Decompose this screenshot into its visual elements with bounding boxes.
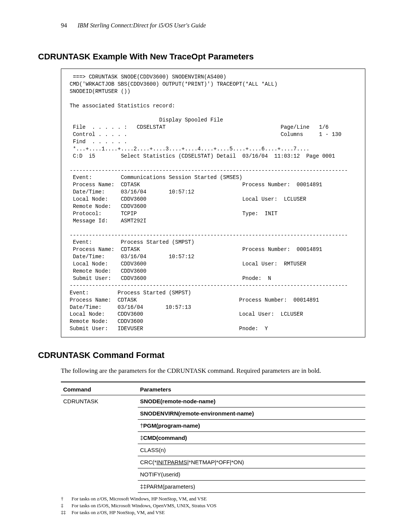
- parameter-cell: SNODE(remote-node-name): [138, 395, 365, 407]
- parameter-cell: †PGM(program-name): [138, 420, 365, 432]
- parameter-cell: CLASS(n): [138, 444, 365, 456]
- footnote-symbol: ‡: [61, 503, 72, 509]
- page-number: 94: [61, 22, 67, 29]
- footnote-symbol: †: [61, 496, 72, 502]
- table-row: ‡CMD(command): [61, 432, 365, 444]
- table-row: CRC(*INITPARMS|*NETMAP|*OFF|*ON): [61, 456, 365, 468]
- command-parameters-table: Command Parameters CDRUNTASKSNODE(remote…: [61, 382, 365, 493]
- command-format-intro: The following are the parameters for the…: [61, 367, 365, 375]
- parameter-cell: ‡‡PARM(parameters): [138, 481, 365, 493]
- parameter-cell: NOTIFY(userid): [138, 468, 365, 481]
- footnote: ‡‡For tasks on z/OS, HP NonStop, VM, and…: [61, 510, 365, 516]
- footnote-text: For tasks on z/OS, Microsoft Windows, HP…: [72, 496, 207, 502]
- command-cell: [61, 432, 138, 444]
- command-cell: [61, 444, 138, 456]
- footnote: ‡For tasks on i5/OS, Microsoft Windows, …: [61, 503, 365, 509]
- table-row: †PGM(program-name): [61, 420, 365, 432]
- book-title: IBM Sterling Connect:Direct for i5/OS Us…: [78, 22, 206, 29]
- command-cell: [61, 481, 138, 493]
- table-head-parameters: Parameters: [138, 382, 365, 395]
- section-heading-command-format: CDRUNTASK Command Format: [38, 350, 365, 360]
- parameter-cell: ‡CMD(command): [138, 432, 365, 444]
- table-row: ‡‡PARM(parameters): [61, 481, 365, 493]
- table-row: NOTIFY(userid): [61, 468, 365, 481]
- command-cell: CDRUNTASK: [61, 395, 138, 407]
- table-head-command: Command: [61, 382, 138, 395]
- command-cell: [61, 420, 138, 432]
- footnotes: †For tasks on z/OS, Microsoft Windows, H…: [61, 496, 365, 516]
- command-cell: [61, 468, 138, 481]
- command-cell: [61, 456, 138, 468]
- table-row: CLASS(n): [61, 444, 365, 456]
- footnote-symbol: ‡‡: [61, 510, 72, 516]
- code-example-block: ===> CDRUNTASK SNODE(CDDV3600) SNODENVIR…: [61, 69, 365, 337]
- parameter-cell: SNODENVIRN(remote-environment-name): [138, 407, 365, 420]
- table-body: CDRUNTASKSNODE(remote-node-name)SNODENVI…: [61, 395, 365, 493]
- table-row: CDRUNTASKSNODE(remote-node-name): [61, 395, 365, 407]
- page-header: 94 IBM Sterling Connect:Direct for i5/OS…: [61, 22, 365, 29]
- footnote-text: For tasks on z/OS, HP NonStop, VM, and V…: [72, 510, 165, 515]
- section-heading-traceopt: CDRUNTASK Example With New TraceOpt Para…: [38, 52, 365, 62]
- footnote-text: For tasks on i5/OS, Microsoft Windows, O…: [72, 503, 217, 508]
- command-cell: [61, 407, 138, 420]
- parameter-cell: CRC(*INITPARMS|*NETMAP|*OFF|*ON): [138, 456, 365, 468]
- footnote: †For tasks on z/OS, Microsoft Windows, H…: [61, 496, 365, 502]
- table-row: SNODENVIRN(remote-environment-name): [61, 407, 365, 420]
- page: 94 IBM Sterling Connect:Direct for i5/OS…: [0, 0, 411, 532]
